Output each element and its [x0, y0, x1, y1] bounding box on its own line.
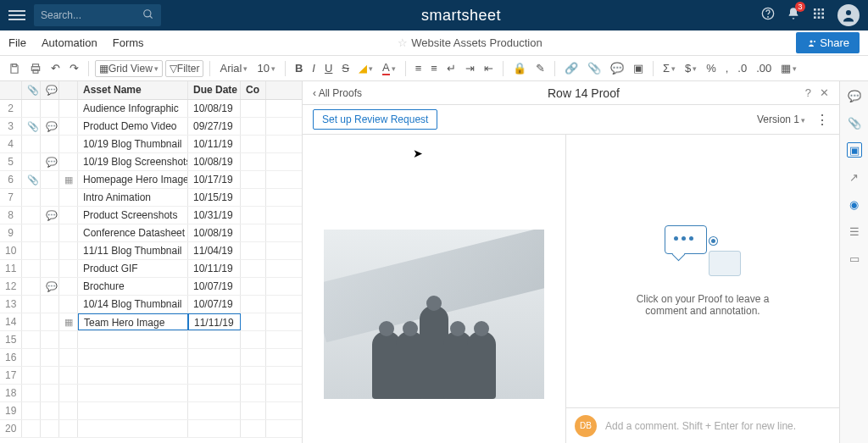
date-cell[interactable]	[188, 402, 241, 419]
comment-cell[interactable]	[41, 260, 59, 277]
bell-icon[interactable]: 3	[787, 7, 800, 24]
comment-cell[interactable]	[41, 224, 59, 241]
co-cell[interactable]	[241, 278, 266, 295]
rail-proofs-icon[interactable]: ▣	[847, 142, 862, 158]
cal-cell[interactable]	[59, 331, 78, 348]
highlight-icon[interactable]: ✎	[532, 60, 548, 76]
help-small-icon[interactable]: ?	[805, 86, 811, 99]
date-cell[interactable]	[188, 385, 241, 401]
menu-automation[interactable]: Automation	[42, 36, 97, 49]
name-cell[interactable]: Product Screenshots	[78, 207, 188, 224]
attach-cell[interactable]	[22, 242, 41, 259]
percent-icon[interactable]: %	[703, 60, 720, 76]
comment-cell[interactable]	[41, 385, 59, 401]
date-cell[interactable]: 09/27/19	[188, 118, 241, 135]
attach-cell[interactable]	[22, 296, 41, 313]
cal-cell[interactable]	[59, 224, 78, 241]
name-cell[interactable]: Brochure	[78, 278, 188, 295]
alignleft-icon[interactable]: ≡	[412, 60, 426, 76]
version-dropdown[interactable]: Version 1	[757, 114, 805, 125]
proof-image-area[interactable]	[303, 135, 565, 443]
date-cell[interactable]: 10/07/19	[188, 296, 241, 313]
fillcolor-icon[interactable]: ◢	[355, 60, 376, 76]
name-cell[interactable]: Product GIF	[78, 260, 188, 277]
co-cell[interactable]	[241, 136, 266, 152]
table-row[interactable]: 17	[0, 367, 302, 385]
strike-icon[interactable]: S	[338, 60, 353, 76]
co-cell[interactable]	[241, 331, 266, 348]
star-icon[interactable]: ☆	[398, 36, 408, 49]
name-cell[interactable]: Team Hero Image	[78, 313, 188, 330]
table-row[interactable]: 1011/11 Blog Thumbnail11/04/19	[0, 242, 302, 260]
comment-cell[interactable]	[41, 100, 59, 117]
outdent-icon[interactable]: ⇤	[481, 60, 497, 76]
comment-cell[interactable]	[41, 331, 59, 348]
name-cell[interactable]: 10/19 Blog Screenshots	[78, 153, 188, 170]
co-cell[interactable]	[241, 100, 266, 117]
redo-icon[interactable]: ↷	[66, 60, 82, 76]
cal-cell[interactable]	[59, 100, 78, 117]
table-row[interactable]: 12💬Brochure10/07/19	[0, 278, 302, 296]
rail-conversations-icon[interactable]: 💬	[847, 88, 862, 103]
filter-button[interactable]: ▽ Filter	[165, 60, 204, 77]
table-row[interactable]: 19	[0, 402, 302, 420]
cal-cell[interactable]	[59, 278, 78, 295]
attach-cell[interactable]	[22, 224, 41, 241]
co-cell[interactable]	[241, 189, 266, 206]
name-cell[interactable]: Conference Datasheet	[78, 224, 188, 241]
name-cell[interactable]	[78, 367, 188, 384]
co-cell[interactable]	[241, 118, 266, 135]
share-button[interactable]: Share	[796, 32, 860, 53]
menu-icon[interactable]	[8, 8, 25, 23]
proof-icon[interactable]: ▣	[630, 60, 647, 76]
date-cell[interactable]: 11/04/19	[188, 242, 241, 259]
currency-icon[interactable]: $	[682, 60, 700, 76]
table-row[interactable]: 3📎💬Product Demo Video09/27/19	[0, 118, 302, 136]
table-row[interactable]: 20	[0, 420, 302, 438]
undo-icon[interactable]: ↶	[47, 60, 64, 76]
name-cell[interactable]: Audience Infographic	[78, 100, 188, 117]
name-cell[interactable]	[78, 349, 188, 366]
comment-cell[interactable]: 💬	[41, 278, 59, 295]
name-cell[interactable]: Homepage Hero Image	[78, 171, 188, 188]
more-icon[interactable]: ⋮	[815, 112, 829, 128]
table-row[interactable]: 15	[0, 331, 302, 349]
comment-icon[interactable]: 💬	[607, 60, 627, 76]
attach-cell[interactable]	[22, 385, 41, 401]
comment-cell[interactable]	[41, 296, 59, 313]
date-cell[interactable]: 10/08/19	[188, 224, 241, 241]
print-icon[interactable]	[26, 61, 45, 76]
dec-inc-icon[interactable]: .0	[734, 60, 750, 76]
bold-icon[interactable]: B	[292, 60, 306, 76]
wrap-icon[interactable]: ↵	[443, 60, 459, 76]
table-row[interactable]: 410/19 Blog Thumbnail10/11/19	[0, 136, 302, 153]
menu-file[interactable]: File	[8, 36, 26, 49]
attach-cell[interactable]	[22, 136, 41, 152]
comment-cell[interactable]: 💬	[41, 207, 59, 224]
lock-icon[interactable]: 🔒	[509, 60, 530, 76]
date-cell[interactable]: 10/11/19	[188, 260, 241, 277]
font-dropdown[interactable]: Arial	[216, 60, 251, 76]
attach-cell[interactable]	[22, 153, 41, 170]
attach-cell[interactable]	[22, 278, 41, 295]
co-cell[interactable]	[241, 224, 266, 241]
date-cell[interactable]: 11/11/19	[188, 313, 241, 330]
comment-cell[interactable]	[41, 367, 59, 384]
date-icon[interactable]: ▦	[777, 60, 800, 76]
cal-cell[interactable]	[59, 153, 78, 170]
col-date[interactable]: Due Date	[188, 81, 241, 99]
date-cell[interactable]: 10/07/19	[188, 278, 241, 295]
comment-cell[interactable]	[41, 420, 59, 437]
date-cell[interactable]	[188, 331, 241, 348]
attach-cell[interactable]	[22, 349, 41, 366]
attach-cell[interactable]	[22, 331, 41, 348]
date-cell[interactable]: 10/31/19	[188, 207, 241, 224]
date-cell[interactable]	[188, 367, 241, 384]
attach-icon[interactable]: 📎	[584, 60, 604, 76]
name-cell[interactable]: 10/19 Blog Thumbnail	[78, 136, 188, 152]
comment-cell[interactable]: 💬	[41, 153, 59, 170]
table-row[interactable]: 7Intro Animation10/15/19	[0, 189, 302, 207]
date-cell[interactable]	[188, 349, 241, 366]
table-row[interactable]: 8💬Product Screenshots10/31/19	[0, 207, 302, 224]
attach-cell[interactable]	[22, 100, 41, 117]
